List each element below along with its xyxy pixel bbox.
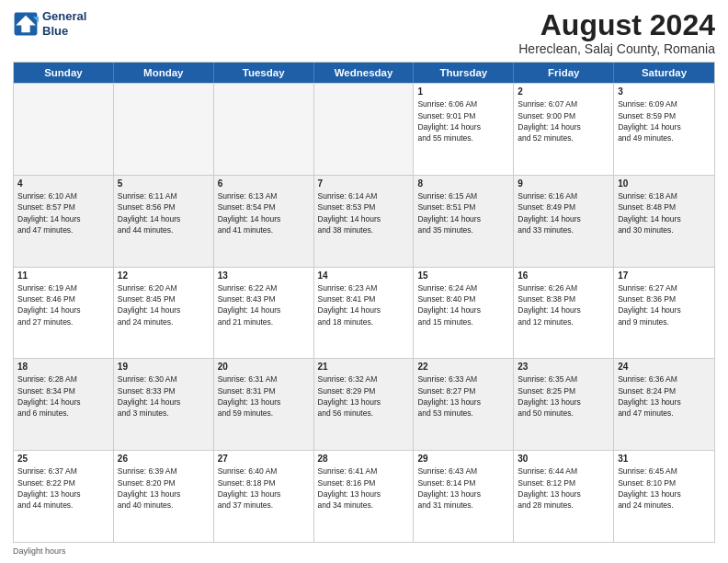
calendar-cell: 8Sunrise: 6:15 AM Sunset: 8:51 PM Daylig… — [414, 176, 514, 267]
calendar-cell: 13Sunrise: 6:22 AM Sunset: 8:43 PM Dayli… — [214, 268, 314, 359]
calendar-cell: 31Sunrise: 6:45 AM Sunset: 8:10 PM Dayli… — [614, 451, 714, 542]
calendar: SundayMondayTuesdayWednesdayThursdayFrid… — [13, 62, 715, 543]
day-number: 15 — [417, 270, 509, 281]
day-number: 29 — [417, 454, 509, 464]
day-info: Sunrise: 6:22 AM Sunset: 8:43 PM Dayligh… — [218, 282, 310, 327]
calendar-cell: 2Sunrise: 6:07 AM Sunset: 9:00 PM Daylig… — [514, 84, 614, 175]
calendar-row-0: 1Sunrise: 6:06 AM Sunset: 9:01 PM Daylig… — [14, 83, 714, 175]
footer-note: Daylight hours — [13, 546, 715, 556]
calendar-cell: 18Sunrise: 6:28 AM Sunset: 8:34 PM Dayli… — [14, 359, 114, 450]
day-info: Sunrise: 6:35 AM Sunset: 8:25 PM Dayligh… — [518, 373, 609, 419]
day-number: 8 — [417, 178, 509, 189]
header-day-wednesday: Wednesday — [314, 63, 415, 83]
day-number: 4 — [17, 178, 109, 189]
day-info: Sunrise: 6:23 AM Sunset: 8:41 PM Dayligh… — [318, 282, 410, 327]
day-number: 9 — [518, 178, 609, 189]
header-day-thursday: Thursday — [414, 63, 514, 83]
day-number: 7 — [318, 178, 410, 189]
day-info: Sunrise: 6:28 AM Sunset: 8:34 PM Dayligh… — [17, 373, 109, 419]
calendar-row-1: 4Sunrise: 6:10 AM Sunset: 8:57 PM Daylig… — [14, 175, 714, 267]
day-number: 14 — [318, 270, 410, 281]
day-info: Sunrise: 6:30 AM Sunset: 8:33 PM Dayligh… — [118, 373, 210, 419]
day-number: 25 — [17, 454, 109, 464]
day-number: 27 — [218, 454, 310, 464]
day-number: 24 — [618, 362, 711, 372]
title-area: August 2024 Hereclean, Salaj County, Rom… — [518, 9, 715, 56]
calendar-cell: 24Sunrise: 6:36 AM Sunset: 8:24 PM Dayli… — [614, 359, 714, 450]
day-info: Sunrise: 6:11 AM Sunset: 8:56 PM Dayligh… — [118, 190, 210, 236]
calendar-cell: 4Sunrise: 6:10 AM Sunset: 8:57 PM Daylig… — [14, 176, 114, 267]
day-info: Sunrise: 6:16 AM Sunset: 8:49 PM Dayligh… — [518, 190, 609, 236]
day-number: 2 — [518, 86, 609, 97]
day-number: 31 — [618, 454, 711, 464]
day-info: Sunrise: 6:41 AM Sunset: 8:16 PM Dayligh… — [318, 465, 410, 511]
calendar-cell — [114, 84, 214, 175]
day-info: Sunrise: 6:09 AM Sunset: 8:59 PM Dayligh… — [618, 98, 711, 144]
calendar-cell: 29Sunrise: 6:43 AM Sunset: 8:14 PM Dayli… — [414, 451, 514, 542]
location-subtitle: Hereclean, Salaj County, Romania — [518, 41, 715, 56]
calendar-cell: 19Sunrise: 6:30 AM Sunset: 8:33 PM Dayli… — [114, 359, 214, 450]
day-number: 11 — [17, 270, 109, 281]
day-info: Sunrise: 6:33 AM Sunset: 8:27 PM Dayligh… — [417, 373, 509, 419]
day-info: Sunrise: 6:06 AM Sunset: 9:01 PM Dayligh… — [417, 98, 509, 144]
day-number: 12 — [118, 270, 210, 281]
calendar-cell: 30Sunrise: 6:44 AM Sunset: 8:12 PM Dayli… — [514, 451, 614, 542]
day-number: 1 — [417, 86, 509, 97]
calendar-cell: 3Sunrise: 6:09 AM Sunset: 8:59 PM Daylig… — [614, 84, 714, 175]
day-info: Sunrise: 6:39 AM Sunset: 8:20 PM Dayligh… — [118, 465, 210, 511]
header-day-saturday: Saturday — [614, 63, 714, 83]
day-number: 5 — [118, 178, 210, 189]
calendar-cell — [14, 84, 114, 175]
calendar-cell: 28Sunrise: 6:41 AM Sunset: 8:16 PM Dayli… — [314, 451, 415, 542]
calendar-cell: 16Sunrise: 6:26 AM Sunset: 8:38 PM Dayli… — [514, 268, 614, 359]
logo-text: General Blue — [42, 9, 86, 38]
calendar-row-4: 25Sunrise: 6:37 AM Sunset: 8:22 PM Dayli… — [14, 450, 714, 542]
calendar-cell: 25Sunrise: 6:37 AM Sunset: 8:22 PM Dayli… — [14, 451, 114, 542]
day-info: Sunrise: 6:15 AM Sunset: 8:51 PM Dayligh… — [417, 190, 509, 236]
day-info: Sunrise: 6:07 AM Sunset: 9:00 PM Dayligh… — [518, 98, 609, 144]
header-day-sunday: Sunday — [14, 63, 114, 83]
day-info: Sunrise: 6:26 AM Sunset: 8:38 PM Dayligh… — [518, 282, 609, 327]
day-info: Sunrise: 6:45 AM Sunset: 8:10 PM Dayligh… — [618, 465, 711, 511]
day-number: 23 — [518, 362, 609, 372]
calendar-cell — [214, 84, 314, 175]
day-info: Sunrise: 6:14 AM Sunset: 8:53 PM Dayligh… — [318, 190, 410, 236]
calendar-row-2: 11Sunrise: 6:19 AM Sunset: 8:46 PM Dayli… — [14, 267, 714, 359]
day-number: 22 — [417, 362, 509, 372]
header-area: General Blue August 2024 Hereclean, Sala… — [13, 9, 715, 56]
day-number: 20 — [218, 362, 310, 372]
calendar-header: SundayMondayTuesdayWednesdayThursdayFrid… — [14, 63, 714, 83]
day-info: Sunrise: 6:13 AM Sunset: 8:54 PM Dayligh… — [218, 190, 310, 236]
calendar-cell: 17Sunrise: 6:27 AM Sunset: 8:36 PM Dayli… — [614, 268, 714, 359]
header-day-friday: Friday — [514, 63, 614, 83]
calendar-cell: 12Sunrise: 6:20 AM Sunset: 8:45 PM Dayli… — [114, 268, 214, 359]
logo-icon — [13, 11, 39, 37]
calendar-cell: 11Sunrise: 6:19 AM Sunset: 8:46 PM Dayli… — [14, 268, 114, 359]
calendar-cell: 1Sunrise: 6:06 AM Sunset: 9:01 PM Daylig… — [414, 84, 514, 175]
logo: General Blue — [13, 9, 86, 38]
day-number: 18 — [17, 362, 109, 372]
page: General Blue August 2024 Hereclean, Sala… — [0, 0, 728, 563]
calendar-row-3: 18Sunrise: 6:28 AM Sunset: 8:34 PM Dayli… — [14, 358, 714, 450]
day-info: Sunrise: 6:27 AM Sunset: 8:36 PM Dayligh… — [618, 282, 711, 327]
day-info: Sunrise: 6:19 AM Sunset: 8:46 PM Dayligh… — [17, 282, 109, 327]
calendar-cell: 15Sunrise: 6:24 AM Sunset: 8:40 PM Dayli… — [414, 268, 514, 359]
day-number: 30 — [518, 454, 609, 464]
calendar-cell: 22Sunrise: 6:33 AM Sunset: 8:27 PM Dayli… — [414, 359, 514, 450]
header-day-tuesday: Tuesday — [214, 63, 314, 83]
header-day-monday: Monday — [114, 63, 214, 83]
day-info: Sunrise: 6:44 AM Sunset: 8:12 PM Dayligh… — [518, 465, 609, 511]
day-info: Sunrise: 6:43 AM Sunset: 8:14 PM Dayligh… — [417, 465, 509, 511]
day-number: 10 — [618, 178, 711, 189]
day-info: Sunrise: 6:32 AM Sunset: 8:29 PM Dayligh… — [318, 373, 410, 419]
day-number: 19 — [118, 362, 210, 372]
calendar-body: 1Sunrise: 6:06 AM Sunset: 9:01 PM Daylig… — [14, 83, 714, 542]
day-number: 13 — [218, 270, 310, 281]
day-info: Sunrise: 6:40 AM Sunset: 8:18 PM Dayligh… — [218, 465, 310, 511]
day-info: Sunrise: 6:24 AM Sunset: 8:40 PM Dayligh… — [417, 282, 509, 327]
calendar-cell: 27Sunrise: 6:40 AM Sunset: 8:18 PM Dayli… — [214, 451, 314, 542]
calendar-cell: 6Sunrise: 6:13 AM Sunset: 8:54 PM Daylig… — [214, 176, 314, 267]
calendar-cell: 10Sunrise: 6:18 AM Sunset: 8:48 PM Dayli… — [614, 176, 714, 267]
day-info: Sunrise: 6:31 AM Sunset: 8:31 PM Dayligh… — [218, 373, 310, 419]
day-number: 26 — [118, 454, 210, 464]
